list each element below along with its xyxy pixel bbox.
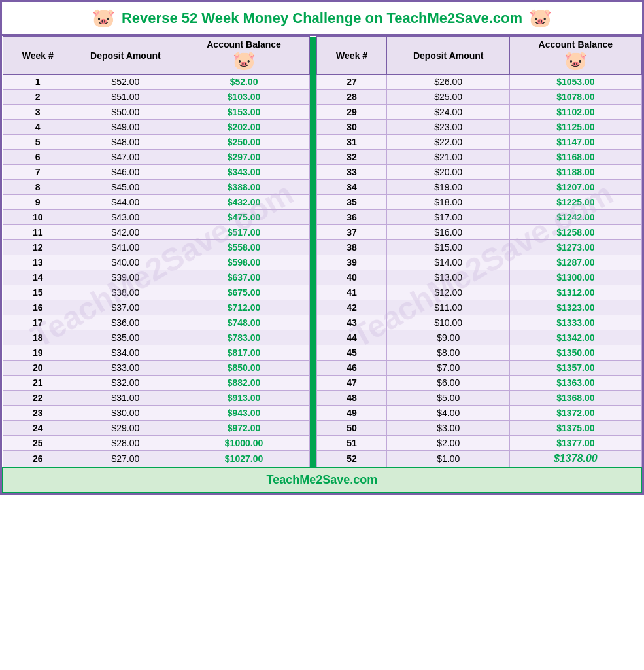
row-divider <box>310 436 317 451</box>
account-balance-left: $517.00 <box>178 225 309 240</box>
deposit-amount-right: $15.00 <box>387 240 510 255</box>
week-number-right: 37 <box>316 225 386 240</box>
deposit-amount-right: $12.00 <box>387 285 510 300</box>
row-divider <box>310 285 317 300</box>
deposit-amount-left: $32.00 <box>73 376 178 391</box>
account-balance-right: $1357.00 <box>510 361 641 376</box>
week-number-left: 25 <box>3 436 73 451</box>
account-balance-right: $1375.00 <box>510 421 641 436</box>
account-balance-left: $103.00 <box>178 90 309 105</box>
deposit-amount-left: $45.00 <box>73 180 178 195</box>
deposit-amount-right: $21.00 <box>387 150 510 165</box>
account-balance-left: $432.00 <box>178 195 309 210</box>
deposit-amount-right: $24.00 <box>387 105 510 120</box>
deposit-amount-left: $41.00 <box>73 240 178 255</box>
week-number-left: 20 <box>3 361 73 376</box>
week-number-right: 51 <box>316 436 386 451</box>
week-number-left: 26 <box>3 451 73 468</box>
week-number-right: 31 <box>316 135 386 150</box>
account-balance-right: $1342.00 <box>510 330 641 345</box>
table-row: 11$42.00$517.0037$16.00$1258.00 <box>3 225 641 240</box>
row-divider <box>310 120 317 135</box>
account-balance-right: $1168.00 <box>510 150 641 165</box>
deposit-amount-right: $22.00 <box>387 135 510 150</box>
account-balance-left: $882.00 <box>178 376 309 391</box>
row-divider <box>310 90 317 105</box>
deposit-amount-right: $26.00 <box>387 75 510 90</box>
account-balance-right: $1207.00 <box>510 180 641 195</box>
week-number-left: 10 <box>3 210 73 225</box>
account-balance-left: $250.00 <box>178 135 309 150</box>
deposit-amount-left: $37.00 <box>73 300 178 315</box>
week-number-right: 49 <box>316 406 386 421</box>
week-number-right: 36 <box>316 210 386 225</box>
row-divider <box>310 391 317 406</box>
week-number-right: 42 <box>316 300 386 315</box>
table-row: 21$32.00$882.0047$6.00$1363.00 <box>3 376 641 391</box>
week-number-right: 40 <box>316 270 386 285</box>
week-number-left: 24 <box>3 421 73 436</box>
row-divider <box>310 225 317 240</box>
deposit-amount-left: $44.00 <box>73 195 178 210</box>
week-number-left: 8 <box>3 180 73 195</box>
account-balance-right: $1377.00 <box>510 436 641 451</box>
account-balance-left: $297.00 <box>178 150 309 165</box>
account-balance-right: $1225.00 <box>510 195 641 210</box>
deposit-amount-right: $25.00 <box>387 90 510 105</box>
deposit-amount-left: $31.00 <box>73 391 178 406</box>
week-number-left: 6 <box>3 150 73 165</box>
row-divider <box>310 315 317 330</box>
deposit-amount-left: $29.00 <box>73 421 178 436</box>
table-row: 6$47.00$297.0032$21.00$1168.00 <box>3 150 641 165</box>
week-number-right: 32 <box>316 150 386 165</box>
week-number-left: 11 <box>3 225 73 240</box>
deposit-amount-right: $1.00 <box>387 451 510 468</box>
deposit-amount-left: $46.00 <box>73 165 178 180</box>
title-bar: 🐷 Reverse 52 Week Money Challenge on Tea… <box>2 2 642 36</box>
pig-icon-left: 🐷 <box>92 7 115 29</box>
deposit-amount-left: $50.00 <box>73 105 178 120</box>
table-wrapper: Week # Deposit Amount Account Balance 🐷 … <box>2 36 642 493</box>
divider-header <box>310 37 317 75</box>
account-balance-left: $1027.00 <box>178 451 309 468</box>
page-title: Reverse 52 Week Money Challenge on Teach… <box>122 10 522 27</box>
account-balance-left: $343.00 <box>178 165 309 180</box>
week-number-left: 16 <box>3 300 73 315</box>
table-row: 9$44.00$432.0035$18.00$1225.00 <box>3 195 641 210</box>
deposit-amount-right: $11.00 <box>387 300 510 315</box>
week-number-left: 17 <box>3 315 73 330</box>
account-balance-left: $202.00 <box>178 120 309 135</box>
account-balance-left: $52.00 <box>178 75 309 90</box>
deposit-amount-left: $36.00 <box>73 315 178 330</box>
deposit-amount-right: $13.00 <box>387 270 510 285</box>
footer-text: TeachMe2Save.com <box>3 467 641 493</box>
deposit-amount-right: $6.00 <box>387 376 510 391</box>
account-balance-left: $817.00 <box>178 345 309 361</box>
account-balance-right: $1147.00 <box>510 135 641 150</box>
table-row: 1$52.00$52.0027$26.00$1053.00 <box>3 75 641 90</box>
week-number-left: 21 <box>3 376 73 391</box>
deposit-amount-right: $10.00 <box>387 315 510 330</box>
account-balance-left: $783.00 <box>178 330 309 345</box>
week-number-left: 23 <box>3 406 73 421</box>
table-row: 18$35.00$783.0044$9.00$1342.00 <box>3 330 641 345</box>
account-balance-left: $913.00 <box>178 391 309 406</box>
deposit-amount-right: $18.00 <box>387 195 510 210</box>
account-balance-left: $712.00 <box>178 300 309 315</box>
deposit-amount-left: $35.00 <box>73 330 178 345</box>
deposit-amount-right: $4.00 <box>387 406 510 421</box>
deposit-amount-left: $49.00 <box>73 120 178 135</box>
week-number-right: 47 <box>316 376 386 391</box>
account-balance-right: $1273.00 <box>510 240 641 255</box>
week-number-right: 48 <box>316 391 386 406</box>
week-number-right: 41 <box>316 285 386 300</box>
header-deposit-right: Deposit Amount <box>387 37 510 75</box>
table-row: 26$27.00$1027.0052$1.00$1378.00 <box>3 451 641 468</box>
deposit-amount-right: $7.00 <box>387 361 510 376</box>
account-balance-right: $1350.00 <box>510 345 641 361</box>
deposit-amount-right: $2.00 <box>387 436 510 451</box>
account-balance-left: $475.00 <box>178 210 309 225</box>
week-number-right: 45 <box>316 345 386 361</box>
row-divider <box>310 150 317 165</box>
account-balance-left: $1000.00 <box>178 436 309 451</box>
